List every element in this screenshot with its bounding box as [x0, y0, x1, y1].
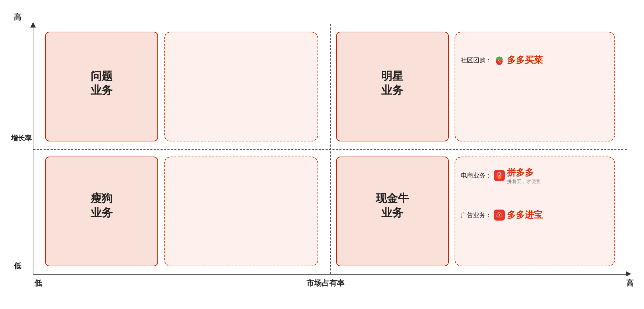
- horizontal-divider: [33, 149, 627, 150]
- brand-sub-pinduoduo: 拼着买，才便宜: [507, 179, 541, 185]
- x-axis-high-label: 高: [626, 278, 634, 288]
- strawberry-icon: [494, 55, 505, 66]
- bottom-left-label: 瘦狗业务: [45, 191, 158, 220]
- x-axis-low-label: 低: [34, 278, 42, 288]
- svg-point-30: [500, 215, 502, 217]
- duoduojinbao-icon: [494, 210, 505, 221]
- svg-point-4: [499, 61, 500, 62]
- svg-point-20: [498, 177, 500, 179]
- brand-label-ads: 广告业务：: [461, 211, 492, 219]
- brand-label-shequtuangou: 社区团购：: [461, 56, 492, 64]
- bottom-left-dashed-box: [164, 157, 318, 266]
- brand-name-duoduomaicai: 多多买菜: [507, 54, 543, 66]
- brand-duoduojinbao: 广告业务： 多多进宝: [461, 209, 543, 221]
- y-axis-low-label: 低: [14, 261, 21, 271]
- plot-area: 问题业务 明星业务 社区团购：: [33, 24, 627, 275]
- svg-point-17: [498, 173, 500, 175]
- top-right-dashed-box: [455, 32, 615, 141]
- top-left-label: 问题业务: [45, 69, 158, 98]
- brand-label-ecommerce: 电商业务：: [461, 171, 492, 180]
- svg-point-19: [500, 175, 502, 177]
- y-axis-high-label: 高: [14, 12, 21, 22]
- svg-point-27: [498, 214, 500, 216]
- top-right-label: 明星业务: [336, 69, 449, 98]
- brand-pinduoduo: 电商业务： 拼多多 拼着买，才便宜: [461, 167, 541, 185]
- bottom-right-label: 现金牛业务: [336, 191, 449, 220]
- bcg-matrix-chart: 高 增长率 低 低 市场占有率 高 问题业务 明星业务 社区团购：: [14, 7, 637, 292]
- svg-point-29: [497, 215, 498, 217]
- svg-point-18: [497, 175, 498, 177]
- brand-name-pinduoduo: 拼多多: [507, 167, 541, 179]
- pinduoduo-icon: [494, 170, 505, 181]
- x-axis-name-label: 市场占有率: [307, 278, 344, 288]
- brand-duoduomaicai: 社区团购： 多多买菜: [461, 54, 543, 66]
- svg-point-28: [498, 213, 500, 214]
- y-axis-mid-label: 增长率: [11, 133, 32, 142]
- brand-name-duoduojinbao: 多多进宝: [507, 209, 543, 221]
- top-left-dashed-box: [164, 32, 318, 141]
